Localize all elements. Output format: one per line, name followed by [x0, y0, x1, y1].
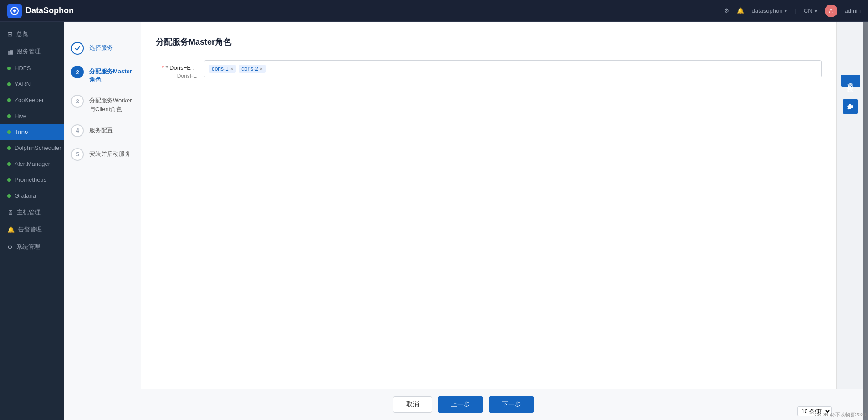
- step-2: 2 分配服务Master角色: [64, 60, 141, 89]
- right-action-panel: 添加角色组: [836, 22, 863, 389]
- settings-side-button[interactable]: [843, 99, 858, 114]
- step-label-3: 分配服务Worker与Client角色: [89, 95, 133, 113]
- admin-label: admin: [845, 7, 861, 14]
- sidebar-item-service-management[interactable]: ▦ 服务管理: [0, 43, 64, 60]
- host-management-icon: 🖥: [7, 209, 13, 216]
- sidebar: ⊞ 总览 ▦ 服务管理 HDFS YARN ZooKeeper Hive Tri…: [0, 22, 64, 420]
- grafana-dot: [7, 194, 11, 198]
- sidebar-item-trino[interactable]: Trino: [0, 124, 64, 140]
- sidebar-item-dolphinscheduler[interactable]: DolphinScheduler: [0, 140, 64, 156]
- sidebar-label-grafana: Grafana: [15, 192, 36, 199]
- step-3: 3 分配服务Worker与Client角色: [64, 89, 141, 118]
- step-circle-5: 5: [71, 148, 84, 161]
- sidebar-label-zookeeper: ZooKeeper: [15, 97, 44, 103]
- sidebar-label-overview: 总览: [16, 30, 28, 38]
- sidebar-item-grafana[interactable]: Grafana: [0, 188, 64, 204]
- system-management-icon: ⚙: [7, 244, 13, 251]
- dorisfe-sublabel: DorisFE: [156, 73, 197, 79]
- hdfs-dot: [7, 67, 11, 70]
- hive-dot: [7, 114, 11, 118]
- sidebar-label-prometheus: Prometheus: [15, 176, 46, 183]
- service-management-icon: ▦: [7, 48, 13, 55]
- step-circle-1: [71, 42, 84, 55]
- sidebar-item-prometheus[interactable]: Prometheus: [0, 172, 64, 188]
- tag-doris-2-close[interactable]: ×: [260, 66, 263, 72]
- dorisfe-tag-input[interactable]: doris-1 × doris-2 ×: [204, 60, 822, 77]
- tag-doris-2-label: doris-2: [241, 66, 258, 72]
- modal-body: 选择服务 2 分配服务Master角色 3 分配服务Wo: [64, 22, 863, 389]
- alert-management-icon: 🔔: [7, 226, 15, 233]
- step-4: 4 服务配置: [64, 119, 141, 143]
- tag-doris-1[interactable]: doris-1 ×: [209, 65, 236, 73]
- modal: 选择服务 2 分配服务Master角色 3 分配服务Wo: [64, 22, 863, 420]
- header-actions: ⚙ 🔔 datasophon ▾ | CN ▾ A admin: [724, 5, 861, 17]
- dorisfe-label: * * DorisFE： DorisFE: [156, 60, 197, 79]
- sidebar-label-alertmanager: AlertManager: [15, 160, 50, 167]
- sidebar-item-alert-management[interactable]: 🔔 告警管理: [0, 221, 64, 238]
- tag-doris-2[interactable]: doris-2 ×: [239, 65, 266, 73]
- sidebar-item-hive[interactable]: Hive: [0, 108, 64, 124]
- zookeeper-dot: [7, 98, 11, 102]
- step-label-4: 服务配置: [89, 124, 113, 134]
- logo: DataSophon: [7, 4, 74, 18]
- sidebar-item-system-management[interactable]: ⚙ 系统管理: [0, 238, 64, 256]
- tag-doris-1-label: doris-1: [212, 66, 229, 72]
- yarn-dot: [7, 82, 11, 86]
- sidebar-label-hdfs: HDFS: [15, 65, 31, 72]
- layout: ⊞ 总览 ▦ 服务管理 HDFS YARN ZooKeeper Hive Tri…: [0, 22, 868, 420]
- step-circle-2: 2: [71, 66, 84, 78]
- header: DataSophon ⚙ 🔔 datasophon ▾ | CN ▾ A adm…: [0, 0, 868, 22]
- dolphinscheduler-dot: [7, 146, 11, 150]
- dorisfe-form-row: * * DorisFE： DorisFE doris-1 ×: [156, 60, 822, 79]
- steps-panel: 选择服务 2 分配服务Master角色 3 分配服务Wo: [64, 22, 141, 389]
- content-panel: 分配服务Master角色 * * DorisFE： DorisFE: [141, 22, 836, 389]
- step-5: 5 安装并启动服务: [64, 143, 141, 166]
- sidebar-item-hdfs[interactable]: HDFS: [0, 60, 64, 76]
- sidebar-label-host-management: 主机管理: [17, 208, 41, 216]
- step-label-2: 分配服务Master角色: [89, 66, 133, 84]
- logo-icon: [7, 4, 22, 18]
- sidebar-label-service-management: 服务管理: [17, 47, 41, 56]
- sidebar-label-hive: Hive: [15, 113, 26, 119]
- required-marker: *: [162, 64, 164, 71]
- overview-icon: ⊞: [7, 31, 13, 38]
- main-area: 选择服务 2 分配服务Master角色 3 分配服务Wo: [64, 22, 868, 420]
- prev-button[interactable]: 上一步: [438, 396, 483, 413]
- sidebar-label-yarn: YARN: [15, 81, 31, 87]
- settings-icon[interactable]: ⚙: [724, 7, 730, 14]
- sidebar-item-yarn[interactable]: YARN: [0, 76, 64, 92]
- sidebar-item-alertmanager[interactable]: AlertManager: [0, 156, 64, 172]
- prometheus-dot: [7, 178, 11, 182]
- step-label-1: 选择服务: [89, 42, 113, 52]
- step-label-5: 安装并启动服务: [89, 148, 131, 158]
- sidebar-label-system-management: 系统管理: [16, 243, 40, 251]
- sidebar-label-dolphinscheduler: DolphinScheduler: [15, 144, 61, 151]
- sidebar-item-zookeeper[interactable]: ZooKeeper: [0, 92, 64, 108]
- modal-overlay: 选择服务 2 分配服务Master角色 3 分配服务Wo: [64, 22, 868, 420]
- sidebar-label-trino: Trino: [15, 128, 28, 135]
- lang-dropdown[interactable]: CN ▾: [804, 7, 817, 14]
- sidebar-item-overview[interactable]: ⊞ 总览: [0, 26, 64, 43]
- watermark: CSDN @不以物喜2020: [814, 411, 866, 418]
- cancel-button[interactable]: 取消: [393, 396, 432, 413]
- modal-footer: 取消 上一步 下一步: [64, 389, 863, 420]
- trino-dot: [7, 130, 11, 134]
- add-role-group-button[interactable]: 添加角色组: [841, 75, 860, 87]
- step-1: 选择服务: [64, 36, 141, 60]
- admin-avatar[interactable]: A: [825, 5, 837, 17]
- sidebar-label-alert-management: 告警管理: [18, 225, 42, 234]
- alertmanager-dot: [7, 162, 11, 166]
- step-circle-4: 4: [71, 124, 84, 137]
- step-circle-3: 3: [71, 95, 84, 108]
- user-dropdown[interactable]: datasophon ▾: [751, 7, 787, 14]
- tag-doris-1-close[interactable]: ×: [230, 66, 233, 72]
- next-button[interactable]: 下一步: [489, 396, 534, 413]
- modal-title: 分配服务Master角色: [156, 36, 822, 47]
- sidebar-item-host-management[interactable]: 🖥 主机管理: [0, 204, 64, 221]
- bell-icon[interactable]: 🔔: [737, 7, 744, 14]
- logo-text: DataSophon: [26, 6, 74, 15]
